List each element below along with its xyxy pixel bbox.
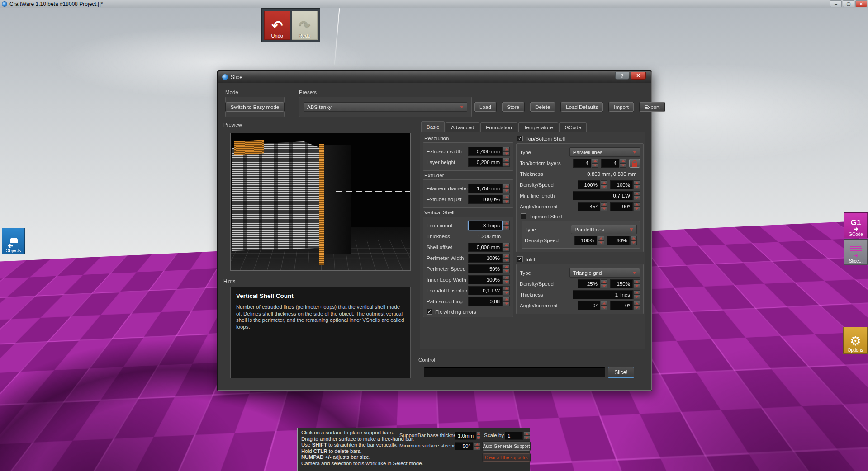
loop-infill-overlap-input[interactable]: 0,1 EW bbox=[468, 286, 503, 295]
spinner-down-icon[interactable] bbox=[503, 226, 510, 230]
spinner-down-icon[interactable] bbox=[503, 269, 510, 273]
spinner-up-icon[interactable] bbox=[474, 442, 480, 446]
top-layers-input[interactable]: 4 bbox=[573, 159, 591, 168]
spinner-down-icon[interactable] bbox=[633, 295, 640, 299]
spinner-up-icon[interactable] bbox=[633, 301, 640, 306]
supportbar-thickness-input[interactable]: 1,0mm bbox=[455, 432, 476, 440]
spinner-down-icon[interactable] bbox=[523, 436, 530, 440]
spinner-up-icon[interactable] bbox=[503, 264, 510, 269]
spinner-down-icon[interactable] bbox=[503, 301, 510, 306]
close-icon[interactable]: ✕ bbox=[855, 0, 867, 7]
auto-generate-support-button[interactable]: Auto-Generate Support bbox=[483, 442, 530, 451]
spinner-down-icon[interactable] bbox=[503, 247, 510, 252]
preview-render[interactable] bbox=[230, 133, 411, 271]
scale-by-input[interactable]: 1 bbox=[505, 432, 523, 440]
fix-winding-errors-checkbox[interactable]: Fix winding errors bbox=[427, 309, 510, 315]
tbs-angle-input[interactable]: 45° bbox=[578, 202, 600, 211]
import-button[interactable]: Import bbox=[609, 102, 634, 112]
maximize-icon[interactable]: ▢ bbox=[843, 0, 854, 7]
tab-advanced[interactable]: Advanced bbox=[446, 122, 479, 132]
spinner-down-icon[interactable] bbox=[633, 207, 640, 211]
spinner-down-icon[interactable] bbox=[477, 436, 480, 440]
load-button[interactable]: Load bbox=[474, 102, 496, 112]
path-smoothing-input[interactable]: 0,08 bbox=[468, 297, 503, 306]
perimeter-width-input[interactable]: 100% bbox=[468, 254, 503, 263]
spinner-up-icon[interactable] bbox=[503, 195, 510, 199]
minimize-icon[interactable]: – bbox=[830, 0, 842, 7]
preset-dropdown[interactable]: ABS tanky bbox=[304, 102, 467, 112]
spinner-up-icon[interactable] bbox=[477, 432, 480, 436]
dialog-help-button[interactable]: ? bbox=[615, 72, 629, 80]
export-button[interactable]: Export bbox=[640, 102, 664, 112]
infill-increment-input[interactable]: 0° bbox=[610, 301, 633, 310]
load-defaults-button[interactable]: Load Defaults bbox=[561, 102, 603, 112]
tbs-density-input[interactable]: 100% bbox=[578, 180, 600, 189]
tbs-type-dropdown[interactable]: Paralell lines bbox=[569, 147, 640, 157]
lock-layers-button[interactable] bbox=[629, 159, 640, 168]
spinner-up-icon[interactable] bbox=[633, 279, 640, 284]
spinner-up-icon[interactable] bbox=[503, 286, 510, 291]
infill-thickness-input[interactable]: 1 lines bbox=[573, 290, 633, 299]
spinner-up-icon[interactable] bbox=[601, 301, 607, 306]
spinner-up-icon[interactable] bbox=[503, 297, 510, 301]
spinner-up-icon[interactable] bbox=[503, 243, 510, 247]
top-bottom-shell-checkbox[interactable]: Top/Bottom Shell bbox=[517, 136, 644, 141]
spinner-down-icon[interactable] bbox=[503, 162, 510, 167]
options-button[interactable]: ⚙ Options bbox=[843, 327, 868, 354]
spinner-down-icon[interactable] bbox=[633, 185, 640, 189]
min-line-length-input[interactable]: 0,7 EW bbox=[573, 191, 633, 200]
spinner-down-icon[interactable] bbox=[503, 291, 510, 295]
spinner-up-icon[interactable] bbox=[503, 147, 510, 151]
tab-gcode[interactable]: GCode bbox=[559, 122, 586, 132]
spinner-up-icon[interactable] bbox=[630, 236, 637, 240]
spinner-down-icon[interactable] bbox=[601, 306, 607, 310]
tab-basic[interactable]: Basic bbox=[421, 121, 445, 132]
shell-offset-input[interactable]: 0,000 mm bbox=[468, 243, 503, 252]
gcode-button[interactable]: G1 ➜ GCode bbox=[844, 212, 868, 238]
topmost-shell-checkbox[interactable]: Topmost Shell bbox=[521, 213, 640, 219]
store-button[interactable]: Store bbox=[502, 102, 525, 112]
tbs-increment-input[interactable]: 90° bbox=[610, 202, 633, 211]
spinner-down-icon[interactable] bbox=[630, 240, 637, 245]
spinner-up-icon[interactable] bbox=[503, 221, 510, 226]
spinner-down-icon[interactable] bbox=[474, 446, 480, 450]
extruder-adjust-input[interactable]: 100,0% bbox=[468, 195, 503, 204]
spinner-up-icon[interactable] bbox=[503, 158, 510, 162]
tab-temperature[interactable]: Temperature bbox=[518, 122, 559, 132]
infill-density-input[interactable]: 25% bbox=[578, 279, 600, 288]
spinner-up-icon[interactable] bbox=[633, 290, 640, 295]
infill-checkbox[interactable]: Infill bbox=[517, 256, 644, 262]
tab-foundation[interactable]: Foundation bbox=[480, 122, 517, 132]
spinner-up-icon[interactable] bbox=[633, 202, 640, 207]
extrusion-width-input[interactable]: 0,400 mm bbox=[468, 147, 503, 156]
switch-easy-mode-button[interactable]: Switch to Easy mode bbox=[226, 102, 284, 112]
spinner-up-icon[interactable] bbox=[601, 279, 607, 284]
steepness-input[interactable]: 50° bbox=[455, 442, 473, 450]
spinner-down-icon[interactable] bbox=[503, 199, 510, 204]
spinner-down-icon[interactable] bbox=[592, 163, 598, 168]
clear-all-supports-button[interactable]: Clear all the suppotrs bbox=[483, 453, 530, 462]
spinner-down-icon[interactable] bbox=[620, 163, 626, 168]
spinner-down-icon[interactable] bbox=[503, 280, 510, 284]
filament-diameter-input[interactable]: 1,750 mm bbox=[468, 184, 503, 193]
inner-loop-width-input[interactable]: 100% bbox=[468, 275, 503, 284]
spinner-up-icon[interactable] bbox=[503, 254, 510, 258]
bottom-layers-input[interactable]: 4 bbox=[601, 159, 619, 168]
spinner-down-icon[interactable] bbox=[503, 258, 510, 263]
spinner-up-icon[interactable] bbox=[598, 236, 604, 240]
spinner-down-icon[interactable] bbox=[601, 284, 607, 288]
slice-execute-button[interactable]: Slice! bbox=[608, 367, 634, 378]
infill-speed-input[interactable]: 150% bbox=[610, 279, 633, 288]
spinner-down-icon[interactable] bbox=[503, 151, 510, 156]
spinner-down-icon[interactable] bbox=[601, 185, 607, 189]
topmost-speed-input[interactable]: 60% bbox=[607, 236, 630, 245]
spinner-up-icon[interactable] bbox=[601, 180, 607, 185]
dialog-close-button[interactable]: ✕ bbox=[631, 72, 646, 80]
spinner-down-icon[interactable] bbox=[633, 196, 640, 200]
infill-type-dropdown[interactable]: Triangle grid bbox=[569, 268, 640, 278]
redo-button[interactable]: ↷ Redo bbox=[292, 11, 318, 40]
spinner-up-icon[interactable] bbox=[633, 191, 640, 196]
slice-dialog-titlebar[interactable]: Slice bbox=[218, 71, 651, 83]
spinner-down-icon[interactable] bbox=[598, 240, 604, 245]
perimeter-speed-input[interactable]: 50% bbox=[468, 264, 503, 273]
